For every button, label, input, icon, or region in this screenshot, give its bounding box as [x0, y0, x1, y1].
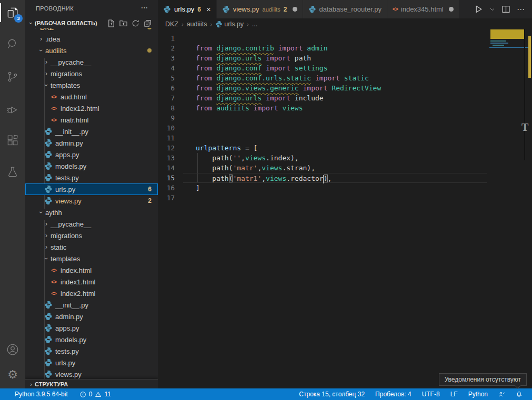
- tree-item-admin.py[interactable]: admin.py: [25, 311, 158, 322]
- tree-item-label: templates: [51, 255, 80, 263]
- tree-item-models.py[interactable]: models.py: [25, 160, 158, 172]
- tab-database_roouter.py[interactable]: database_roouter.py: [303, 0, 388, 18]
- code-line-10[interactable]: 10: [158, 123, 532, 133]
- tree-item-static[interactable]: ›static: [25, 241, 158, 253]
- tree-item-urls.py[interactable]: urls.py: [25, 357, 158, 368]
- code-line-3[interactable]: 3from django.urls import path: [158, 53, 532, 63]
- tree-item-templates[interactable]: ›templates: [25, 253, 158, 264]
- code-editor[interactable]: 12from django.contrib import admin3from …: [158, 30, 532, 388]
- run-debug-icon[interactable]: [0, 97, 25, 122]
- tab-bar: urls.py6×views.pyaudiiits2database_roout…: [158, 0, 532, 18]
- tree-item-label: tests.py: [55, 174, 79, 182]
- vscode-window: 3 ⚙ ПРОВОДНИК ⋯ › (РАБ: [0, 0, 532, 400]
- tree-item-templates[interactable]: ›templates: [25, 79, 158, 91]
- status-cursor-position[interactable]: Строка 15, столбец 32: [295, 388, 369, 400]
- refresh-icon[interactable]: [132, 19, 139, 27]
- code-line-content: from audiiits import views: [183, 103, 487, 113]
- tree-item-__pycache__[interactable]: ›__pycache__: [25, 56, 158, 68]
- run-file-icon[interactable]: [474, 5, 483, 14]
- code-line-14[interactable]: 14 path('matr',views.stran),: [158, 163, 532, 173]
- account-icon[interactable]: [0, 337, 25, 362]
- tree-item-__pycache__[interactable]: ›__pycache__: [25, 218, 158, 230]
- tree-item-admin.py[interactable]: admin.py: [25, 137, 158, 149]
- python-file-icon: [44, 312, 53, 321]
- status-encoding[interactable]: UTF-8: [418, 388, 444, 400]
- run-dropdown-chevron-icon[interactable]: [489, 6, 495, 12]
- tree-item-apps.py[interactable]: apps.py: [25, 322, 158, 334]
- tree-item-.idea[interactable]: ›.idea: [25, 33, 158, 45]
- html-file-icon: <>: [49, 268, 58, 273]
- code-line-16[interactable]: 16]: [158, 183, 532, 193]
- split-editor-icon[interactable]: [501, 5, 510, 14]
- outline-section-header[interactable]: › СТРУКТУРА: [25, 379, 158, 388]
- tree-item-index.html[interactable]: <>index.html: [25, 264, 158, 276]
- chevron-down-icon: ›: [37, 208, 45, 217]
- status-notifications-bell[interactable]: [511, 388, 527, 400]
- extensions-icon[interactable]: [0, 128, 25, 153]
- chevron-down-icon: ›: [43, 81, 50, 89]
- chevron-right-icon: ›: [42, 70, 51, 77]
- code-line-9[interactable]: 9: [158, 113, 532, 123]
- tree-item-__init__.py[interactable]: __init__.py: [25, 126, 158, 137]
- breadcrumb-item-...[interactable]: ...: [252, 20, 257, 28]
- code-line-5[interactable]: 5from django.conf.urls.static import sta…: [158, 73, 532, 83]
- tree-item-matr.html[interactable]: <>matr.html: [25, 114, 158, 126]
- chevron-right-icon: ›: [37, 35, 45, 43]
- workspace-section-header[interactable]: › (РАБОЧАЯ ОБЛАСТЬ) ...: [25, 18, 158, 28]
- breadcrumb-item-urls.py[interactable]: urls.py: [215, 20, 244, 28]
- status-problems[interactable]: 011: [75, 388, 115, 400]
- tree-item-index1.html[interactable]: <>index1.html: [25, 276, 158, 288]
- tree-item-views.py[interactable]: views.py: [25, 368, 158, 379]
- tree-item-DKZ[interactable]: ›DKZ: [25, 28, 158, 33]
- breadcrumb-item-DKZ[interactable]: DKZ: [165, 20, 178, 28]
- status-eol[interactable]: LF: [446, 388, 462, 400]
- close-icon[interactable]: ×: [206, 5, 211, 14]
- code-line-12[interactable]: 12urlpatterns = [: [158, 143, 532, 153]
- code-line-15[interactable]: 15 path('matr1',views.redactor),: [158, 173, 532, 183]
- tree-item-audiiits[interactable]: ›audiiits: [25, 45, 158, 56]
- tree-item-__init__.py[interactable]: __init__.py: [25, 299, 158, 311]
- status-indentation[interactable]: Пробелов: 4: [371, 388, 416, 400]
- status-feedback[interactable]: [494, 388, 509, 400]
- collapse-all-icon[interactable]: [144, 19, 152, 27]
- editor-more-actions-icon[interactable]: ⋯: [517, 5, 525, 14]
- new-file-icon[interactable]: [107, 19, 115, 27]
- status-language-mode[interactable]: Python: [464, 388, 492, 400]
- tab-urls.py[interactable]: urls.py6×: [158, 0, 217, 18]
- tree-item-migrations[interactable]: ›migrations: [25, 230, 158, 241]
- tab-views.py[interactable]: views.pyaudiiits2: [217, 0, 303, 18]
- tree-item-aud.html[interactable]: <>aud.html: [25, 91, 158, 102]
- tree-item-models.py[interactable]: models.py: [25, 334, 158, 345]
- tree-item-tests.py[interactable]: tests.py: [25, 345, 158, 357]
- code-line-content: [183, 33, 487, 43]
- code-line-6[interactable]: 6from django.views.generic import Redire…: [158, 83, 532, 93]
- status-python-interpreter[interactable]: Python 3.9.5 64-bit: [11, 388, 72, 400]
- tree-item-index2.html[interactable]: <>index2.html: [25, 288, 158, 299]
- minimap-code-mark: [490, 40, 506, 42]
- settings-gear-icon[interactable]: ⚙: [0, 362, 25, 387]
- breadcrumb-item-audiiits[interactable]: audiiits: [187, 20, 207, 28]
- code-line-7[interactable]: 7from django.urls import include: [158, 93, 532, 103]
- tree-item-aythh[interactable]: ›aythh: [25, 207, 158, 218]
- code-line-4[interactable]: 4from django.conf import settings: [158, 63, 532, 73]
- explorer-more-actions-icon[interactable]: ⋯: [141, 3, 148, 18]
- code-line-1[interactable]: 1: [158, 33, 532, 43]
- code-line-content: from django.urls import include: [183, 93, 487, 103]
- tree-item-migrations[interactable]: ›migrations: [25, 68, 158, 79]
- code-line-2[interactable]: 2from django.contrib import admin: [158, 43, 532, 53]
- code-line-11[interactable]: 11: [158, 133, 532, 143]
- tree-item-index12.html[interactable]: <>index12.html: [25, 102, 158, 114]
- tree-item-apps.py[interactable]: apps.py: [25, 149, 158, 160]
- source-control-icon[interactable]: [0, 64, 25, 89]
- code-line-8[interactable]: 8from audiiits import views: [158, 103, 532, 113]
- code-line-17[interactable]: 17: [158, 193, 532, 203]
- tree-item-urls.py[interactable]: urls.py6: [25, 183, 158, 195]
- tree-item-views.py[interactable]: views.py2: [25, 195, 158, 207]
- tree-item-tests.py[interactable]: tests.py: [25, 172, 158, 183]
- tab-index345.html[interactable]: <>index345.html: [387, 0, 459, 18]
- testing-icon[interactable]: [0, 160, 25, 185]
- new-folder-icon[interactable]: [119, 19, 127, 27]
- explorer-icon[interactable]: 3: [0, 0, 25, 25]
- search-icon[interactable]: [0, 32, 25, 57]
- code-line-13[interactable]: 13 path('',views.index),: [158, 153, 532, 163]
